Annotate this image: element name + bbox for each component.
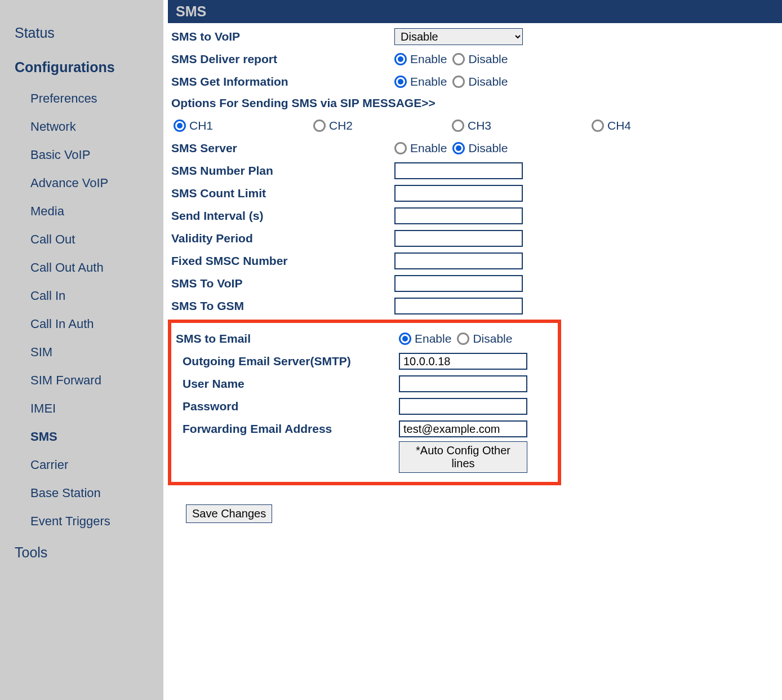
sidebar-sub-call-in[interactable]: Call In (0, 282, 163, 310)
radio-icon (394, 142, 407, 154)
sms-to-voip-2-input[interactable] (394, 275, 523, 292)
radio-icon (457, 333, 469, 345)
radio-icon (452, 76, 465, 88)
sms-server-disable-radio[interactable]: Disable (452, 141, 508, 155)
smtp-input[interactable] (399, 353, 527, 370)
sidebar-sub-preferences[interactable]: Preferences (0, 85, 163, 113)
panel-title: SMS (168, 0, 782, 23)
number-plan-input[interactable] (394, 162, 523, 179)
fwd-email-input[interactable] (399, 420, 527, 437)
radio-icon (592, 119, 604, 132)
sms-to-voip-2-label: SMS To VoIP (171, 277, 394, 290)
password-input[interactable] (399, 398, 527, 415)
number-plan-label: SMS Number Plan (171, 164, 394, 178)
sms-deliver-label: SMS Deliver report (171, 52, 394, 66)
validity-input[interactable] (394, 230, 523, 247)
user-label: User Name (176, 377, 399, 391)
sms-to-email-highlight: SMS to Email Enable Disable Outgoing Ema… (168, 320, 561, 485)
options-sip-message-link[interactable]: Options For Sending SMS via SIP MESSAGE>… (171, 93, 779, 118)
sidebar-item-configurations[interactable]: Configurations (0, 50, 163, 85)
radio-icon (452, 142, 465, 154)
sidebar-sub-carrier[interactable]: Carrier (0, 451, 163, 479)
sms-to-voip-label: SMS to VoIP (171, 30, 394, 43)
radio-icon (452, 119, 464, 132)
sidebar-sub-imei[interactable]: IMEI (0, 395, 163, 423)
main-panel: SMS SMS to VoIP Disable SMS Deliver repo… (163, 0, 782, 700)
sms-deliver-enable-radio[interactable]: Enable (394, 52, 447, 66)
sidebar-sub-sim-forward[interactable]: SIM Forward (0, 366, 163, 395)
send-interval-input[interactable] (394, 207, 523, 224)
radio-icon (313, 119, 326, 132)
sms-get-info-disable-radio[interactable]: Disable (452, 75, 508, 88)
sms-deliver-disable-radio[interactable]: Disable (452, 52, 508, 66)
sms-to-email-label: SMS to Email (176, 332, 399, 345)
smsc-label: Fixed SMSC Number (171, 254, 394, 268)
sms-server-label: SMS Server (171, 141, 394, 155)
sms-to-email-enable-radio[interactable]: Enable (399, 332, 451, 345)
send-interval-label: Send Interval (s) (171, 209, 394, 223)
channel-ch4-radio[interactable]: CH4 (592, 119, 631, 132)
sms-to-email-disable-radio[interactable]: Disable (457, 332, 512, 345)
sidebar-sub-network[interactable]: Network (0, 113, 163, 141)
sidebar: Status Configurations Preferences Networ… (0, 0, 163, 700)
radio-icon (399, 333, 411, 345)
sidebar-sub-event-triggers[interactable]: Event Triggers (0, 507, 163, 535)
sms-get-info-enable-radio[interactable]: Enable (394, 75, 447, 88)
channel-ch2-radio[interactable]: CH2 (313, 119, 452, 132)
sms-server-enable-radio[interactable]: Enable (394, 141, 447, 155)
smtp-label: Outgoing Email Server(SMTP) (176, 355, 399, 368)
sidebar-item-tools[interactable]: Tools (0, 535, 163, 570)
sidebar-sub-media[interactable]: Media (0, 197, 163, 225)
sms-to-voip-select[interactable]: Disable (394, 28, 523, 45)
user-input[interactable] (399, 375, 527, 392)
auto-config-button[interactable]: *Auto Config Other lines (399, 441, 527, 473)
sidebar-sub-base-station[interactable]: Base Station (0, 479, 163, 507)
sidebar-sub-sms[interactable]: SMS (0, 423, 163, 451)
radio-icon (174, 119, 186, 132)
sidebar-sub-advance-voip[interactable]: Advance VoIP (0, 169, 163, 197)
sidebar-item-status[interactable]: Status (0, 16, 163, 50)
sidebar-sub-call-out-auth[interactable]: Call Out Auth (0, 254, 163, 282)
sms-to-gsm-label: SMS To GSM (171, 299, 394, 313)
sms-to-gsm-input[interactable] (394, 298, 523, 314)
radio-icon (394, 53, 407, 65)
sms-get-info-label: SMS Get Information (171, 75, 394, 88)
sidebar-sub-call-in-auth[interactable]: Call In Auth (0, 310, 163, 338)
save-button[interactable]: Save Changes (186, 504, 272, 523)
count-limit-label: SMS Count Limit (171, 187, 394, 200)
password-label: Password (176, 400, 399, 413)
channel-ch1-radio[interactable]: CH1 (174, 119, 313, 132)
sidebar-sub-sim[interactable]: SIM (0, 338, 163, 366)
smsc-input[interactable] (394, 252, 523, 269)
sidebar-sub-call-out[interactable]: Call Out (0, 225, 163, 254)
sidebar-sub-basic-voip[interactable]: Basic VoIP (0, 141, 163, 169)
channel-ch3-radio[interactable]: CH3 (452, 119, 592, 132)
validity-label: Validity Period (171, 232, 394, 245)
radio-icon (452, 53, 465, 65)
count-limit-input[interactable] (394, 185, 523, 202)
fwd-email-label: Forwarding Email Address (176, 422, 399, 436)
radio-icon (394, 76, 407, 88)
